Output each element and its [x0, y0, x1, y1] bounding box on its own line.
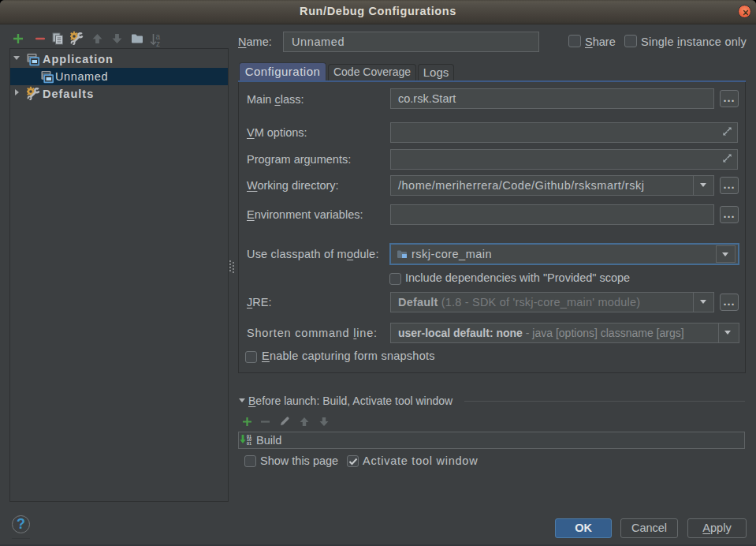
svg-text:z: z [156, 39, 160, 47]
svg-text:01: 01 [247, 441, 251, 446]
